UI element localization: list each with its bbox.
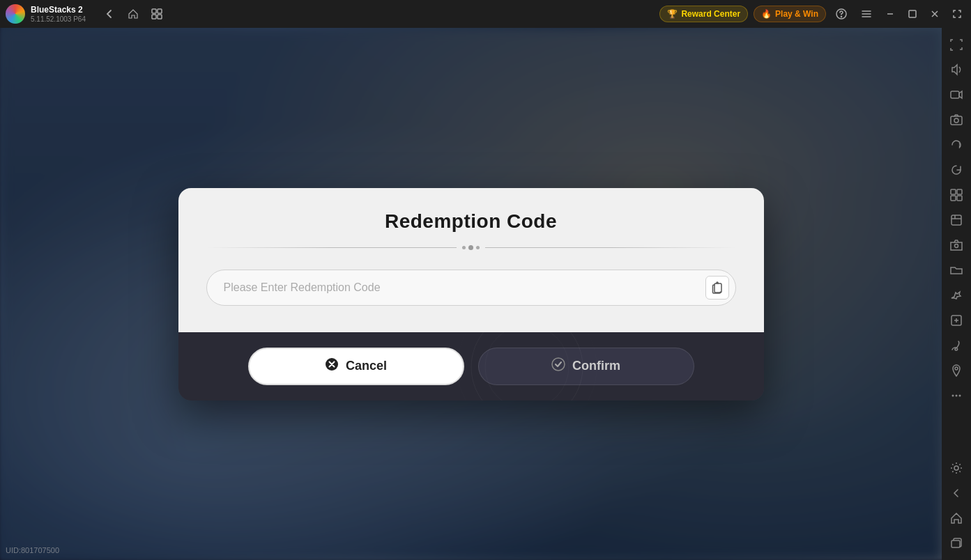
svg-rect-7 xyxy=(714,283,721,293)
tabs-button[interactable] xyxy=(147,4,167,24)
cancel-button[interactable]: Cancel xyxy=(248,348,464,385)
dialog-title: Redemption Code xyxy=(206,210,736,233)
svg-point-24 xyxy=(952,395,954,397)
menu-button[interactable] xyxy=(857,4,876,24)
svg-point-12 xyxy=(552,358,565,371)
input-wrapper xyxy=(206,270,736,306)
sidebar-multi-btn[interactable] xyxy=(945,532,968,554)
sidebar-flight-btn[interactable] xyxy=(945,284,968,306)
svg-point-5 xyxy=(841,16,841,17)
svg-rect-17 xyxy=(957,189,962,194)
sidebar-home-btn[interactable] xyxy=(945,507,968,529)
sidebar-scale-btn[interactable] xyxy=(945,309,968,332)
svg-rect-0 xyxy=(152,9,156,13)
svg-rect-16 xyxy=(951,189,956,194)
play-icon: 🔥 xyxy=(761,9,772,19)
sidebar-camera-btn[interactable] xyxy=(945,234,968,256)
svg-rect-14 xyxy=(951,116,962,125)
sidebar-more-btn[interactable] xyxy=(945,384,968,407)
confirm-label: Confirm xyxy=(572,359,620,373)
dialog-bottom: Cancel Confirm xyxy=(178,332,764,400)
svg-rect-1 xyxy=(158,9,162,13)
home-button[interactable] xyxy=(123,4,143,24)
modal-overlay: Redemption Code xyxy=(0,28,942,560)
sidebar-media-btn[interactable] xyxy=(945,209,968,231)
cancel-label: Cancel xyxy=(346,359,387,373)
minimize-button[interactable] xyxy=(882,6,899,22)
divider-dot-main xyxy=(468,245,473,250)
svg-point-25 xyxy=(956,395,958,397)
app-logo xyxy=(6,4,25,24)
help-button[interactable] xyxy=(832,4,851,24)
divider-line-right xyxy=(485,247,736,248)
svg-rect-28 xyxy=(951,540,960,547)
back-button[interactable] xyxy=(100,4,119,24)
svg-rect-18 xyxy=(951,196,956,201)
sidebar-back-btn[interactable] xyxy=(945,482,968,504)
reward-icon: 🏆 xyxy=(667,9,678,19)
sidebar-fullscreen-btn[interactable] xyxy=(945,33,968,56)
play-label: Play & Win xyxy=(775,9,818,19)
main-content: Redemption Code xyxy=(0,28,942,560)
sidebar-record-btn[interactable] xyxy=(945,84,968,106)
divider-dots xyxy=(462,245,480,250)
sidebar-folder-btn[interactable] xyxy=(945,259,968,281)
svg-point-15 xyxy=(954,118,958,123)
divider-dot-2 xyxy=(476,246,480,249)
play-win-button[interactable]: 🔥 Play & Win xyxy=(754,6,826,22)
sidebar-sync-btn[interactable] xyxy=(945,134,968,156)
confirm-icon xyxy=(551,357,565,375)
paste-button[interactable] xyxy=(705,276,729,300)
sidebar-rotate-btn[interactable] xyxy=(945,159,968,181)
app-name: BlueStacks 2 xyxy=(31,5,86,15)
confirm-button[interactable]: Confirm xyxy=(478,348,694,385)
sidebar-settings-btn[interactable] xyxy=(945,457,968,479)
sidebar-screenshot-btn[interactable] xyxy=(945,109,968,131)
expand-button[interactable] xyxy=(949,6,965,22)
svg-rect-20 xyxy=(951,215,961,225)
redemption-dialog: Redemption Code xyxy=(178,188,764,400)
divider-line-left xyxy=(206,247,457,248)
svg-point-27 xyxy=(954,466,958,470)
sidebar-apps-btn[interactable] xyxy=(945,184,968,206)
svg-rect-3 xyxy=(158,15,162,19)
dialog-top: Redemption Code xyxy=(178,188,764,332)
sidebar-brush-btn[interactable] xyxy=(945,334,968,357)
svg-rect-2 xyxy=(152,15,156,19)
sidebar-location-btn[interactable] xyxy=(945,359,968,382)
reward-label: Reward Center xyxy=(681,9,740,19)
cancel-icon xyxy=(325,357,339,375)
divider-dot-1 xyxy=(462,246,466,249)
svg-rect-13 xyxy=(951,91,959,98)
svg-point-21 xyxy=(955,244,958,248)
app-version: 5.11.52.1003 P64 xyxy=(31,15,86,23)
svg-point-26 xyxy=(959,395,961,397)
redemption-code-input[interactable] xyxy=(206,270,736,306)
svg-rect-6 xyxy=(909,10,916,17)
svg-point-23 xyxy=(955,367,958,370)
maximize-button[interactable] xyxy=(904,6,921,22)
titlebar-right: 🏆 Reward Center 🔥 Play & Win xyxy=(659,4,965,24)
sidebar-volume-btn[interactable] xyxy=(945,59,968,81)
close-button[interactable] xyxy=(926,6,943,22)
dialog-divider xyxy=(206,245,736,250)
right-sidebar xyxy=(942,28,971,560)
svg-rect-19 xyxy=(957,196,962,201)
nav-buttons xyxy=(100,4,167,24)
titlebar: BlueStacks 2 5.11.52.1003 P64 🏆 Reward C… xyxy=(0,0,971,28)
reward-center-button[interactable]: 🏆 Reward Center xyxy=(659,6,748,22)
